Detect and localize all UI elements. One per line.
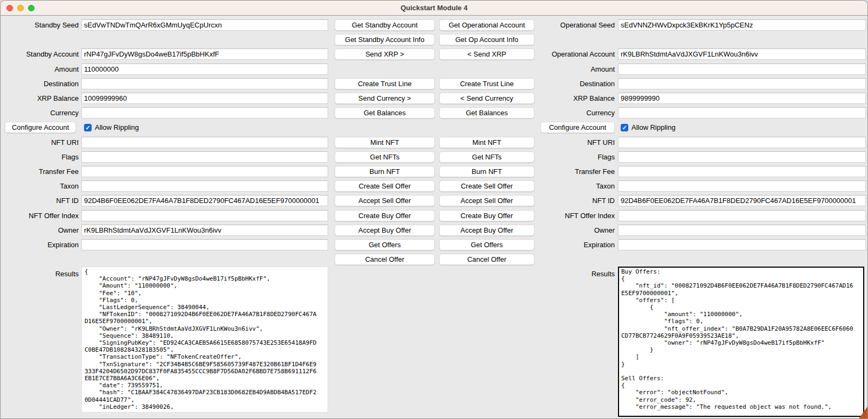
- operational-amount-label: Amount: [526, 64, 615, 75]
- standby-transfer-fee-label: Transfer Fee: [1, 166, 79, 177]
- operational-accept-sell-offer-button[interactable]: Accept Sell Offer: [439, 195, 534, 206]
- operational-transfer-fee-label: Transfer Fee: [526, 166, 615, 177]
- standby-get-nfts-button[interactable]: Get NFTs: [335, 151, 435, 163]
- operational-destination-input[interactable]: [618, 78, 866, 89]
- standby-allow-rippling-checkbox[interactable]: [84, 124, 92, 131]
- standby-flags-input[interactable]: [81, 151, 328, 163]
- standby-nft-id-input[interactable]: [81, 195, 328, 206]
- standby-results-label: Results: [1, 268, 79, 280]
- standby-seed-label: Standby Seed: [1, 19, 79, 31]
- standby-results-text: { "Account": "rNP47gJFvDyW8gsDo4weB17if5…: [82, 267, 328, 411]
- standby-account-input[interactable]: [81, 48, 328, 60]
- standby-amount-label: Amount: [1, 64, 79, 75]
- send-xrp-left-button[interactable]: < Send XRP: [439, 48, 534, 60]
- standby-nft-uri-label: NFT URI: [1, 137, 79, 148]
- operational-configure-account-button[interactable]: Configure Account: [540, 122, 615, 133]
- standby-owner-input[interactable]: [81, 225, 328, 236]
- standby-create-buy-offer-button[interactable]: Create Buy Offer: [335, 210, 435, 221]
- standby-destination-input[interactable]: [81, 78, 328, 89]
- operational-taxon-input[interactable]: [618, 180, 866, 192]
- operational-nft-offer-index-input[interactable]: [618, 210, 866, 221]
- standby-account-label: Standby Account: [1, 48, 79, 60]
- operational-allow-rippling-checkbox[interactable]: [621, 124, 628, 131]
- standby-taxon-input[interactable]: [81, 180, 328, 192]
- standby-nft-id-label: NFT ID: [1, 195, 79, 206]
- operational-nft-uri-input[interactable]: [618, 137, 866, 148]
- operational-nft-id-label: NFT ID: [526, 195, 615, 206]
- standby-get-offers-button[interactable]: Get Offers: [335, 239, 435, 250]
- operational-transfer-fee-input[interactable]: [618, 166, 866, 177]
- operational-taxon-label: Taxon: [526, 180, 615, 192]
- operational-cancel-offer-button[interactable]: Cancel Offer: [439, 254, 534, 265]
- operational-nft-id-input[interactable]: [618, 195, 866, 206]
- operational-owner-input[interactable]: [618, 225, 866, 236]
- standby-destination-label: Destination: [1, 78, 79, 89]
- operational-get-balances-button[interactable]: Get Balances: [439, 107, 534, 118]
- operational-create-buy-offer-button[interactable]: Create Buy Offer: [439, 210, 534, 221]
- operational-expiration-label: Expiration: [526, 239, 615, 250]
- standby-expiration-label: Expiration: [1, 239, 79, 250]
- standby-flags-label: Flags: [1, 151, 79, 163]
- standby-create-trust-line-button[interactable]: Create Trust Line: [335, 78, 435, 89]
- get-operational-account-button[interactable]: Get Operational Account: [439, 19, 534, 31]
- operational-owner-label: Owner: [526, 225, 615, 236]
- standby-seed-input[interactable]: [81, 19, 328, 31]
- standby-mint-nft-button[interactable]: Mint NFT: [335, 137, 435, 148]
- operational-allow-rippling-label: Allow Rippling: [631, 122, 676, 133]
- standby-allow-rippling-label: Allow Rippling: [95, 122, 139, 133]
- standby-owner-label: Owner: [1, 225, 79, 236]
- operational-xrp-balance-input[interactable]: [618, 93, 866, 104]
- operational-mint-nft-button[interactable]: Mint NFT: [439, 137, 534, 148]
- standby-nft-offer-index-input[interactable]: [81, 210, 328, 221]
- operational-get-nfts-button[interactable]: Get NFTs: [439, 151, 534, 163]
- window-title: Quickstart Module 4: [1, 1, 867, 16]
- standby-nft-offer-index-label: NFT Offer Index: [1, 210, 79, 221]
- corner-fold-decoration: [859, 407, 867, 418]
- operational-accept-buy-offer-button[interactable]: Accept Buy Offer: [439, 225, 534, 236]
- send-xrp-right-button[interactable]: Send XRP >: [335, 48, 435, 60]
- operational-flags-label: Flags: [526, 151, 615, 163]
- get-standby-account-info-button[interactable]: Get Standby Account Info: [335, 34, 435, 45]
- send-currency-left-button[interactable]: < Send Currency: [439, 93, 534, 104]
- operational-account-label: Operational Account: [526, 48, 615, 60]
- standby-transfer-fee-input[interactable]: [81, 166, 328, 177]
- operational-expiration-input[interactable]: [618, 239, 866, 250]
- standby-create-sell-offer-button[interactable]: Create Sell Offer: [335, 180, 435, 192]
- operational-create-sell-offer-button[interactable]: Create Sell Offer: [439, 180, 534, 192]
- get-standby-account-button[interactable]: Get Standby Account: [335, 19, 435, 31]
- operational-nft-offer-index-label: NFT Offer Index: [526, 210, 615, 221]
- operational-results-textarea[interactable]: Buy Offers: { "nft_id": "0008271092D4B6F…: [618, 267, 864, 417]
- standby-currency-label: Currency: [1, 107, 79, 118]
- operational-results-label: Results: [526, 268, 615, 280]
- operational-results-text: Buy Offers: { "nft_id": "0008271092D4B6F…: [619, 268, 863, 411]
- standby-get-balances-button[interactable]: Get Balances: [335, 107, 435, 118]
- operational-burn-nft-button[interactable]: Burn NFT: [439, 166, 534, 177]
- operational-seed-label: Operational Seed: [526, 19, 615, 31]
- standby-expiration-input[interactable]: [81, 239, 328, 250]
- standby-accept-buy-offer-button[interactable]: Accept Buy Offer: [335, 225, 435, 236]
- operational-flags-input[interactable]: [618, 151, 866, 163]
- operational-get-offers-button[interactable]: Get Offers: [439, 239, 534, 250]
- operational-seed-input[interactable]: [618, 19, 866, 31]
- standby-amount-input[interactable]: [81, 64, 328, 75]
- operational-account-input[interactable]: [618, 48, 866, 60]
- standby-configure-account-button[interactable]: Configure Account: [5, 122, 76, 133]
- operational-currency-label: Currency: [526, 107, 615, 118]
- operational-xrp-balance-label: XRP Balance: [526, 93, 615, 104]
- standby-results-textarea[interactable]: { "Account": "rNP47gJFvDyW8gsDo4weB17if5…: [81, 267, 328, 413]
- standby-xrp-balance-label: XRP Balance: [1, 93, 79, 104]
- operational-create-trust-line-button[interactable]: Create Trust Line: [439, 78, 534, 89]
- app-window: Quickstart Module 4 Standby Seed Standby…: [0, 0, 868, 419]
- standby-nft-uri-input[interactable]: [81, 137, 328, 148]
- standby-burn-nft-button[interactable]: Burn NFT: [335, 166, 435, 177]
- standby-accept-sell-offer-button[interactable]: Accept Sell Offer: [335, 195, 435, 206]
- standby-xrp-balance-input[interactable]: [81, 93, 328, 104]
- get-op-account-info-button[interactable]: Get Op Account Info: [439, 34, 534, 45]
- send-currency-right-button[interactable]: Send Currency >: [335, 93, 435, 104]
- standby-currency-input[interactable]: [81, 107, 328, 118]
- operational-destination-label: Destination: [526, 78, 615, 89]
- operational-currency-input[interactable]: [618, 107, 866, 118]
- standby-taxon-label: Taxon: [1, 180, 79, 192]
- standby-cancel-offer-button[interactable]: Cancel Offer: [335, 254, 435, 265]
- operational-amount-input[interactable]: [618, 64, 866, 75]
